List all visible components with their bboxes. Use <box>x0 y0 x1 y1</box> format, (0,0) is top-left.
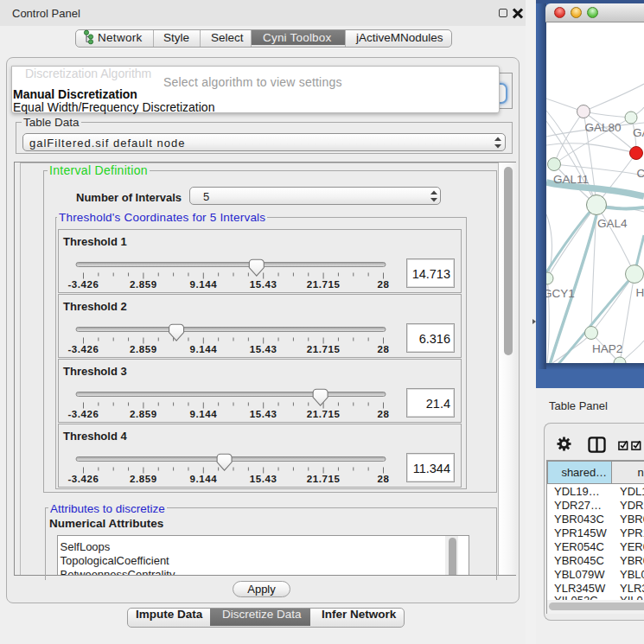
svg-text:21.715: 21.715 <box>307 344 341 354</box>
svg-text:28: 28 <box>378 279 390 290</box>
svg-text:GAL11: GAL11 <box>553 173 589 186</box>
svg-text:21.715: 21.715 <box>307 474 341 484</box>
svg-text:GCY1: GCY1 <box>546 287 575 300</box>
svg-text:-3.426: -3.426 <box>67 279 99 290</box>
svg-text:-3.426: -3.426 <box>67 344 99 354</box>
svg-text:2.859: 2.859 <box>130 344 157 354</box>
svg-text:15.43: 15.43 <box>250 409 277 419</box>
svg-text:28: 28 <box>378 344 390 354</box>
svg-text:GAL80: GAL80 <box>585 121 622 134</box>
svg-text:9.144: 9.144 <box>189 409 217 419</box>
svg-text:C: C <box>637 167 644 180</box>
svg-text:H: H <box>636 286 644 299</box>
svg-text:GA: GA <box>633 126 644 139</box>
svg-text:28: 28 <box>378 474 390 484</box>
svg-text:GAL4: GAL4 <box>597 217 628 230</box>
svg-text:9.144: 9.144 <box>189 474 217 484</box>
svg-text:-3.426: -3.426 <box>67 409 99 419</box>
svg-text:9.144: 9.144 <box>189 344 217 354</box>
svg-text:2.859: 2.859 <box>130 279 157 290</box>
svg-text:21.715: 21.715 <box>307 279 341 290</box>
svg-text:-3.426: -3.426 <box>67 474 99 484</box>
svg-text:2.859: 2.859 <box>130 409 157 419</box>
svg-text:HAP2: HAP2 <box>592 342 622 355</box>
svg-text:28: 28 <box>378 409 390 419</box>
svg-text:9.144: 9.144 <box>189 279 217 290</box>
svg-text:2.859: 2.859 <box>130 474 157 484</box>
svg-text:21.715: 21.715 <box>307 409 341 419</box>
svg-text:15.43: 15.43 <box>250 474 277 484</box>
svg-text:15.43: 15.43 <box>250 279 277 290</box>
svg-text:15.43: 15.43 <box>250 344 277 354</box>
